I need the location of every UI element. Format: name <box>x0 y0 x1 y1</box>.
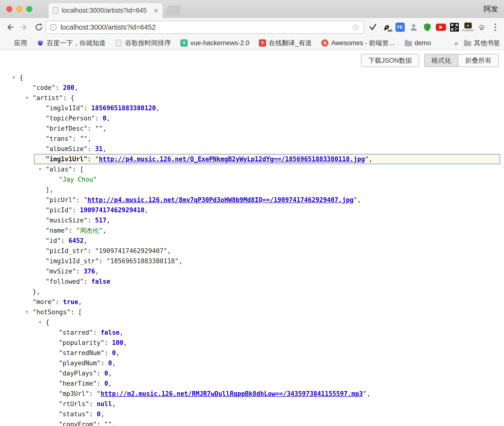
refresh-button[interactable] <box>33 21 45 34</box>
profile-person-icon[interactable] <box>408 21 420 33</box>
browser-tab[interactable]: localhost:3000/artists?id=645 × <box>49 3 163 18</box>
refresh-icon <box>34 23 43 32</box>
info-icon[interactable]: i <box>50 24 57 31</box>
json-value: 0 <box>103 115 107 122</box>
close-window-button[interactable] <box>6 6 12 12</box>
back-icon <box>5 22 15 32</box>
bookmark-item[interactable]: 百度一下，你就知道 <box>36 39 106 47</box>
address-bar[interactable]: i localhost:3000/artists?id=6452 ☆ <box>46 21 364 34</box>
json-value: "19097417462929407" <box>95 247 167 255</box>
json-line: "Jay Chou" <box>0 174 504 185</box>
json-key: "artist" <box>33 94 63 102</box>
fullscreen-window-button[interactable] <box>26 6 32 12</box>
download-json-button[interactable]: 下载JSON数据 <box>361 54 419 67</box>
json-line: "picId_str": "19097417462929407", <box>0 246 504 256</box>
other-bookmarks-folder[interactable]: 其他书签 <box>464 39 500 47</box>
json-value: 0 <box>112 349 116 357</box>
browser-toolbar: i localhost:3000/artists?id=6452 ☆ enFEP… <box>0 18 504 36</box>
json-key: "status" <box>59 410 89 418</box>
json-key: "img1v1Id" <box>46 104 84 112</box>
folder-icon <box>464 39 471 47</box>
paw-extension-icon[interactable] <box>476 21 487 33</box>
minimize-window-button[interactable] <box>16 6 22 12</box>
json-value: 200 <box>63 84 74 91</box>
tab-close-icon[interactable]: × <box>153 6 158 15</box>
qr-code-extension-icon[interactable] <box>448 21 460 33</box>
new-tab-button[interactable] <box>165 5 182 16</box>
json-line: "followed": false <box>0 276 504 287</box>
json-key: "musicSize" <box>46 217 87 224</box>
json-url-link[interactable]: http://p4.music.126.net/8mv7qP30Pd3oHW8b… <box>87 196 353 204</box>
json-value: false <box>101 329 119 336</box>
json-line: "status": 0, <box>0 409 504 419</box>
json-line: "starredNum": 0, <box>0 348 504 358</box>
green-shield-extension-icon[interactable] <box>421 21 433 33</box>
youdao-icon: Y <box>259 39 266 47</box>
json-key: "picId_str" <box>46 247 87 255</box>
json-value: null <box>97 400 112 408</box>
back-button[interactable] <box>3 21 16 34</box>
check-extension-icon[interactable] <box>367 21 379 33</box>
bookmark-item[interactable]: 应用 <box>4 39 27 47</box>
collapse-toggle-icon[interactable]: ▼ <box>24 307 30 317</box>
json-key: "img1v1Id_str" <box>46 257 99 265</box>
bookmark-item[interactable]: 谷歌按时间排序 <box>115 39 171 47</box>
json-key: "picId" <box>46 206 72 214</box>
bookmark-item[interactable]: AAwesomes - 前端资… <box>321 39 395 47</box>
apps-icon <box>4 39 12 47</box>
bookmarks-right: » 其他书签 <box>454 39 500 48</box>
json-line: ▼{ <box>0 72 504 83</box>
json-value: "周杰伦" <box>76 227 102 234</box>
viewer-toolbar: 下载JSON数据 格式化 折叠所有 <box>361 54 499 67</box>
json-key: "picUrl" <box>46 196 76 204</box>
url-text: localhost:3000/artists?id=6452 <box>60 23 352 31</box>
bookmark-label: 在线翻译_有道 <box>269 39 312 47</box>
bookmark-item[interactable]: Vvue-hackernews-2.0 <box>180 39 249 47</box>
forward-icon <box>19 22 29 32</box>
youtube-extension-icon[interactable] <box>435 21 447 33</box>
bookmark-label: demo <box>415 39 431 47</box>
collapse-toggle-icon[interactable]: ▼ <box>37 164 43 174</box>
browser-menu-icon[interactable] <box>489 21 501 33</box>
bookmark-label: vue-hackernews-2.0 <box>190 39 249 47</box>
bookmark-item[interactable]: demo <box>404 39 431 47</box>
json-line: "dayPlays": 0, <box>0 368 504 378</box>
json-line-highlighted: "img1v1Url": "http://p4.music.126.net/Q_… <box>34 154 500 164</box>
json-key: "more" <box>33 298 55 306</box>
json-value: 19097417462929410 <box>80 206 144 214</box>
fehelper-extension-icon[interactable]: FE <box>394 21 406 33</box>
collapse-toggle-icon[interactable]: ▼ <box>24 93 30 103</box>
json-key: "starred" <box>59 329 93 336</box>
bookmark-star-icon[interactable]: ☆ <box>352 23 360 32</box>
json-key: "starredNum" <box>59 349 104 357</box>
json-key: "albumSize" <box>46 145 87 153</box>
overflow-chevron-icon[interactable]: » <box>454 39 458 48</box>
json-url-link[interactable]: http://p4.music.126.net/Q_ExePNkmgB2yWyL… <box>99 155 365 163</box>
forward-button[interactable] <box>18 21 31 34</box>
bookmark-label: 百度一下，你就知道 <box>47 39 106 47</box>
json-value: 6452 <box>68 237 84 244</box>
collapse-all-button[interactable]: 折叠所有 <box>458 54 499 67</box>
format-button[interactable]: 格式化 <box>424 54 458 67</box>
json-value: 0 <box>108 359 112 367</box>
json-line: "briefDesc": "", <box>0 123 504 134</box>
translate-pen-extension-icon[interactable]: en <box>380 21 392 33</box>
json-line: ], <box>0 185 504 195</box>
profile-button[interactable]: 阿发 <box>484 0 498 18</box>
collapse-toggle-icon[interactable]: ▼ <box>37 317 43 327</box>
json-line: "rtUrls": null, <box>0 399 504 409</box>
json-url-link[interactable]: http://m2.music.126.net/RMJR7wDullRqppBk… <box>101 390 363 397</box>
json-value: 0 <box>104 370 108 377</box>
bookmark-item[interactable]: Y在线翻译_有道 <box>259 39 312 47</box>
json-key: "popularity" <box>59 339 104 346</box>
baidu-icon <box>36 39 44 47</box>
player-extension-icon[interactable]: PLAYER <box>462 21 474 33</box>
json-line: "topicPerson": 0, <box>0 113 504 123</box>
json-line: "picId": 19097417462929410, <box>0 205 504 215</box>
json-line: "more": true, <box>0 297 504 307</box>
json-line: "playedNum": 0, <box>0 358 504 368</box>
json-value: "" <box>104 421 112 426</box>
json-line: "trans": "", <box>0 134 504 144</box>
json-key: "id" <box>46 237 61 244</box>
collapse-toggle-icon[interactable]: ▼ <box>11 72 17 83</box>
